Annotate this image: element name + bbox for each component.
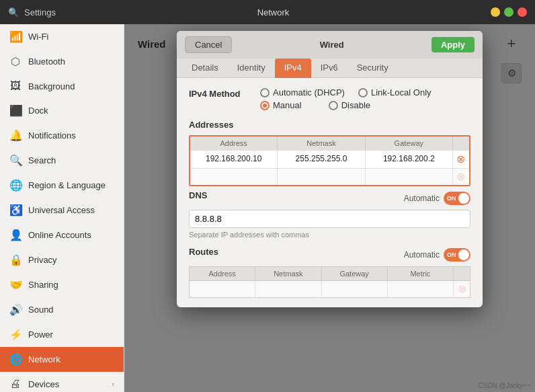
radio-link-local	[358, 88, 368, 97]
dns-input[interactable]	[189, 210, 470, 228]
addresses-header-row: Address Netmask Gateway	[190, 136, 469, 150]
routes-header-row: Address Netmask Gateway Metric	[189, 266, 470, 281]
dialog-title: Wired	[237, 40, 425, 50]
close-button[interactable]	[518, 7, 527, 17]
dns-toggle-state-label: ON	[447, 195, 456, 202]
option-link-local[interactable]: Link-Local Only	[358, 87, 431, 97]
tab-ipv6[interactable]: IPv6	[311, 58, 347, 78]
main-layout: 📶 Wi-Fi ⬡ Bluetooth 🖼 Background ⬛ Dock …	[0, 24, 535, 392]
minimize-button[interactable]	[491, 7, 500, 17]
remove-route-icon: ⊗	[458, 284, 466, 295]
gateway-value: 192.168.200.2	[366, 151, 453, 168]
routes-toggle-container: Automatic ON	[404, 248, 470, 262]
netmask-value: 255.255.255.0	[278, 151, 365, 168]
search-icon: 🔍	[9, 154, 22, 167]
option-disable[interactable]: Disable	[329, 100, 370, 110]
apply-button[interactable]: Apply	[431, 37, 475, 52]
region-icon: 🌐	[9, 179, 22, 192]
option-manual[interactable]: Manual	[260, 100, 302, 110]
toggle-knob	[458, 193, 469, 204]
cancel-button[interactable]: Cancel	[185, 36, 232, 53]
sidebar-item-label: Wi-Fi	[28, 32, 114, 42]
sharing-icon: 🤝	[9, 278, 22, 291]
empty-remove: ⊗	[453, 169, 469, 185]
dialog-tabs: Details Identity IPv4 IPv6 Security	[177, 58, 483, 78]
sidebar-item-label: Background	[28, 81, 114, 91]
sidebar-item-wifi[interactable]: 📶 Wi-Fi	[0, 24, 124, 49]
sidebar-item-label: Network	[28, 354, 114, 364]
sidebar-item-online-accounts[interactable]: 👤 Online Accounts	[0, 223, 124, 247]
gateway-col-header: Gateway	[366, 136, 453, 150]
sidebar-item-bluetooth[interactable]: ⬡ Bluetooth	[0, 49, 124, 74]
remove-address-button[interactable]: ⊗	[453, 151, 469, 168]
toggle-knob	[458, 249, 469, 260]
radio-label: Disable	[341, 100, 370, 110]
devices-icon: 🖨	[9, 378, 22, 390]
option-automatic-dhcp[interactable]: Automatic (DHCP)	[260, 87, 345, 97]
route-metric-col: Metric	[388, 267, 454, 280]
sidebar-item-sound[interactable]: 🔊 Sound	[0, 297, 124, 322]
dns-heading: DNS	[189, 190, 207, 200]
route-gateway-col: Gateway	[322, 267, 388, 280]
routes-toggle[interactable]: ON	[444, 248, 470, 262]
sidebar-item-label: Devices	[28, 379, 105, 389]
dialog-body: IPv4 Method Automatic (DHCP) Link-Local …	[177, 78, 483, 307]
method-options: Automatic (DHCP) Link-Local Only	[260, 87, 431, 110]
sound-icon: 🔊	[9, 303, 22, 316]
dns-section-header: DNS Automatic ON	[189, 190, 470, 206]
sidebar-item-label: Notifications	[28, 130, 114, 141]
sidebar-item-dock[interactable]: ⬛ Dock	[0, 98, 124, 123]
sidebar-item-power[interactable]: ⚡ Power	[0, 322, 124, 347]
empty-address[interactable]	[190, 169, 278, 185]
search-icon: 🔍	[8, 7, 19, 17]
ipv4-method-label: IPv4 Method	[189, 87, 249, 99]
bluetooth-icon: ⬡	[9, 55, 22, 68]
sidebar-item-sharing[interactable]: 🤝 Sharing	[0, 272, 124, 297]
routes-automatic-label: Automatic	[404, 250, 440, 260]
sidebar-item-privacy[interactable]: 🔒 Privacy	[0, 247, 124, 272]
sidebar-item-region-language[interactable]: 🌐 Region & Language	[0, 173, 124, 198]
routes-toggle-state-label: ON	[447, 251, 456, 258]
sidebar-item-search[interactable]: 🔍 Search	[0, 148, 124, 173]
address-value: 192.168.200.10	[190, 151, 278, 168]
empty-gateway[interactable]	[366, 169, 453, 185]
network-icon: 🌐	[9, 353, 22, 366]
routes-table: Address Netmask Gateway Metric	[189, 266, 470, 298]
route-gateway-empty[interactable]	[322, 281, 388, 297]
routes-heading: Routes	[189, 247, 218, 257]
method-row-2: Manual Disable	[260, 100, 431, 110]
dns-toggle[interactable]: ON	[444, 192, 470, 205]
sidebar-item-devices[interactable]: 🖨 Devices ›	[0, 372, 124, 392]
route-metric-empty[interactable]	[388, 281, 454, 297]
sidebar-item-background[interactable]: 🖼 Background	[0, 74, 124, 98]
sidebar-item-label: Search	[28, 155, 114, 165]
tab-security[interactable]: Security	[347, 58, 398, 78]
sidebar-item-network[interactable]: 🌐 Network	[0, 347, 124, 372]
tab-details[interactable]: Details	[182, 58, 228, 78]
empty-netmask[interactable]	[278, 169, 365, 185]
tab-ipv4[interactable]: IPv4	[275, 58, 311, 78]
window-controls	[491, 7, 527, 17]
dns-automatic-label: Automatic	[404, 194, 440, 203]
routes-empty-row: ⊗	[189, 281, 470, 298]
maximize-button[interactable]	[504, 7, 513, 17]
sidebar-item-label: Sharing	[28, 280, 114, 290]
tab-identity[interactable]: Identity	[228, 58, 275, 78]
wifi-icon: 📶	[9, 30, 22, 43]
sidebar-item-notifications[interactable]: 🔔 Notifications	[0, 123, 124, 148]
addresses-empty-row: ⊗	[190, 168, 469, 185]
background-icon: 🖼	[9, 80, 22, 92]
sidebar-item-label: Privacy	[28, 255, 114, 265]
remove-icon[interactable]: ⊗	[456, 154, 465, 165]
accounts-icon: 👤	[9, 229, 22, 241]
sidebar-item-label: Region & Language	[28, 180, 114, 190]
remove-col-header	[453, 136, 469, 150]
sidebar-item-label: Power	[28, 329, 114, 340]
route-netmask-empty[interactable]	[255, 281, 321, 297]
sidebar-item-label: Sound	[28, 305, 114, 315]
wired-dialog: Cancel Wired Apply Details Identity IPv4…	[177, 31, 483, 307]
titlebar: 🔍 Settings Network	[0, 0, 535, 24]
sidebar-item-universal-access[interactable]: ♿ Universal Access	[0, 198, 124, 223]
sidebar-item-label: Bluetooth	[28, 56, 114, 67]
route-addr-empty[interactable]	[190, 281, 255, 297]
